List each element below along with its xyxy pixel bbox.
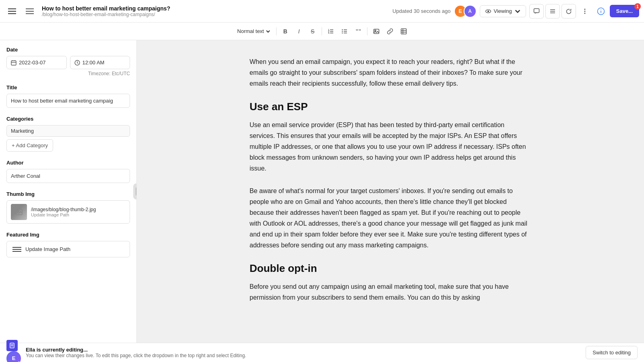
link-button[interactable] <box>384 25 396 38</box>
title-input[interactable] <box>6 94 130 108</box>
add-category-label: + Add Category <box>12 142 48 148</box>
bottom-avatar: E <box>6 351 21 362</box>
content-area: When you send an email campaign, you exp… <box>137 40 644 343</box>
title-label: Title <box>6 84 130 90</box>
article-content: When you send an email campaign, you exp… <box>250 56 531 303</box>
svg-point-11 <box>601 9 601 10</box>
header-title-block: How to host better email marketing campa… <box>42 5 389 17</box>
add-category-button[interactable]: + Add Category <box>6 139 53 152</box>
comment-button[interactable] <box>529 4 544 19</box>
author-input[interactable] <box>6 169 130 183</box>
main-layout: Date 2022-03-07 12:00 AM <box>0 40 644 343</box>
svg-rect-2 <box>534 8 539 12</box>
more-options-button[interactable] <box>578 4 592 19</box>
chevron-down-icon <box>514 8 521 14</box>
thumb-img-label: Thumb Img <box>6 191 130 197</box>
sidebar-resize-handle[interactable] <box>133 183 137 200</box>
info-button[interactable] <box>594 4 608 19</box>
updated-text: Updated 30 seconds ago <box>392 8 451 14</box>
thumb-preview-image <box>11 204 27 220</box>
article-body-3: Before you send out any campaign using a… <box>250 281 531 303</box>
svg-rect-28 <box>401 29 406 34</box>
image-button[interactable] <box>370 25 383 38</box>
article-body-2: Be aware of what's normal for your targe… <box>250 185 531 251</box>
strikethrough-button[interactable]: S <box>306 25 319 38</box>
header-meta: Updated 30 seconds ago E A Viewing <box>392 4 639 19</box>
date-row: 2022-03-07 12:00 AM <box>6 56 130 69</box>
ordered-list-button[interactable]: 1. 2. 3. <box>324 25 337 38</box>
time-value: 12:00 AM <box>83 60 105 66</box>
bottom-bar: E Ella is currently editing... You can v… <box>0 343 644 362</box>
bold-button[interactable]: B <box>279 25 292 38</box>
author-label: Author <box>6 160 130 166</box>
switch-to-editing-button[interactable]: Switch to editing <box>586 346 638 359</box>
title-section: Title <box>6 84 130 108</box>
blockquote-icon: " " <box>355 28 361 35</box>
collaborator-avatars: E A <box>454 5 477 18</box>
svg-rect-32 <box>11 61 16 65</box>
chevron-down-icon <box>266 29 270 34</box>
image-icon <box>373 28 380 35</box>
unordered-list-icon <box>341 28 348 35</box>
svg-point-27 <box>375 30 376 31</box>
article-h2-2: Double opt-in <box>250 262 531 275</box>
view-label: Viewing <box>494 8 512 14</box>
bottom-notification-title: Ella is currently editing... <box>26 347 581 353</box>
refresh-icon <box>566 8 572 14</box>
svg-text:3.: 3. <box>328 31 330 34</box>
table-icon <box>400 28 407 35</box>
table-button[interactable] <box>397 25 410 38</box>
svg-point-7 <box>584 10 585 12</box>
text-style-dropdown[interactable]: Normal text <box>234 27 273 36</box>
time-input[interactable]: 12:00 AM <box>70 56 130 69</box>
unordered-list-button[interactable] <box>338 25 351 38</box>
featured-img-label: Featured Img <box>6 232 130 238</box>
date-label: Date <box>6 47 130 53</box>
clock-icon <box>74 60 80 66</box>
bottom-notification-subtitle: You can view their changes live. To edit… <box>26 353 581 358</box>
categories-section: Categories Marketing + Add Category <box>6 116 130 152</box>
date-value: 2022-03-07 <box>19 60 46 66</box>
editor-toolbar: Normal text B I S 1. 2. 3. " " <box>0 23 644 40</box>
sidebar-toggle-button[interactable] <box>23 4 37 19</box>
svg-rect-39 <box>10 343 14 348</box>
svg-point-8 <box>584 12 585 14</box>
featured-img-icon <box>12 247 21 252</box>
document-icon <box>9 343 15 348</box>
svg-point-1 <box>487 10 489 12</box>
calendar-icon <box>11 60 17 66</box>
category-value: Marketing <box>11 128 34 134</box>
blockquote-button[interactable]: " " <box>352 25 365 38</box>
save-button[interactable]: Save... 1 <box>610 5 639 17</box>
featured-img-section: Featured Img Update Image Path <box>6 232 130 257</box>
thumb-img-section: Thumb Img /images/blog/blog-thumb-2.jpg … <box>6 191 130 224</box>
page-slug: /blog/how-to-host-better-email-marketing… <box>42 12 389 17</box>
thumb-img-path: /images/blog/blog-thumb-2.jpg <box>31 207 96 212</box>
info-icon <box>597 7 605 15</box>
view-dropdown-button[interactable]: Viewing <box>480 5 526 17</box>
svg-point-23 <box>342 32 343 33</box>
svg-point-21 <box>342 29 343 30</box>
bottom-page-icon <box>6 340 18 351</box>
grid-menu-button[interactable] <box>5 4 19 19</box>
author-section: Author <box>6 160 130 183</box>
svg-point-6 <box>584 8 585 10</box>
avatar-2: A <box>464 5 477 18</box>
top-header: How to host better email marketing campa… <box>0 0 644 23</box>
save-label: Save... <box>616 8 633 14</box>
category-tag: Marketing <box>6 125 130 137</box>
article-h2-1: Use an ESP <box>250 101 531 113</box>
settings-button[interactable] <box>545 4 560 19</box>
featured-img-block[interactable]: Update Image Path <box>6 241 130 257</box>
ellipsis-vertical-icon <box>582 8 588 14</box>
save-badge: 1 <box>634 3 641 10</box>
ordered-list-icon: 1. 2. 3. <box>328 28 334 35</box>
collaborator-avatar-wrap: E <box>6 340 21 362</box>
thumb-img-block[interactable]: /images/blog/blog-thumb-2.jpg Update Ima… <box>6 200 130 224</box>
date-input[interactable]: 2022-03-07 <box>6 56 67 69</box>
thumb-img-info: /images/blog/blog-thumb-2.jpg Update Ima… <box>31 207 96 217</box>
sidebar: Date 2022-03-07 12:00 AM <box>0 40 137 343</box>
image-placeholder-icon <box>15 208 23 216</box>
italic-button[interactable]: I <box>293 25 305 38</box>
refresh-button[interactable] <box>561 4 576 19</box>
